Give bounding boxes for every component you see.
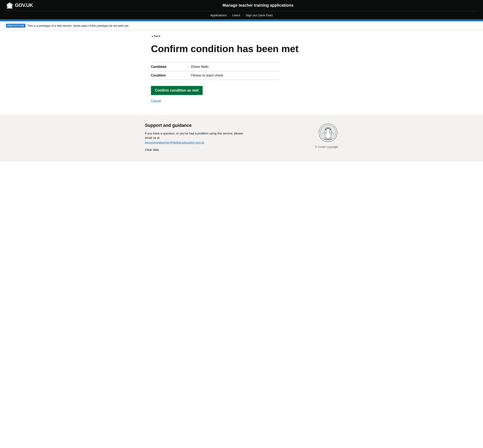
svg-text:DIEU ET MON DROIT: DIEU ET MON DROIT [323, 137, 333, 139]
main-content: Back Confirm condition has been met Cand… [145, 30, 338, 115]
back-link[interactable]: Back [151, 34, 161, 38]
svg-point-3 [325, 129, 326, 130]
summary-table: Candidate Eloise Wells Condition Fitness… [151, 62, 280, 80]
main-nav: Applications Users Sign out (Jane Doe) [6, 11, 477, 19]
coat-of-arms-icon: DIEU ET MON DROIT [318, 123, 338, 143]
nav-signout[interactable]: Sign out (Jane Doe) [243, 13, 275, 18]
nav-applications[interactable]: Applications [208, 13, 229, 18]
site-footer: Support and guidance If you have a quest… [0, 115, 483, 161]
condition-label: Condition [151, 71, 191, 80]
svg-point-4 [330, 129, 331, 130]
crown-icon [6, 2, 13, 8]
prototype-tag: PROTOTYPE [6, 24, 25, 28]
blue-bar [0, 19, 483, 21]
footer-right: DIEU ET MON DROIT © Crown copyright [315, 123, 338, 149]
crown-copyright: © Crown copyright [315, 145, 338, 149]
service-name: Manage teacher training applications [39, 3, 477, 8]
support-heading: Support and guidance [145, 123, 250, 128]
candidate-label: Candidate [151, 62, 191, 71]
gov-logo-text: GOV.UK [15, 2, 33, 8]
prototype-banner: PROTOTYPE This is a prototype of a new s… [0, 21, 483, 30]
condition-value: Fitness to teach check [191, 71, 280, 80]
footer-left: Support and guidance If you have a quest… [145, 123, 250, 153]
condition-row: Condition Fitness to teach check [151, 71, 280, 80]
nav-users[interactable]: Users [229, 13, 243, 18]
candidate-value: Eloise Wells [191, 62, 280, 71]
svg-rect-0 [7, 8, 12, 8]
page-title: Confirm condition has been met [151, 44, 332, 54]
site-header: GOV.UK Manage teacher training applicati… [0, 0, 483, 19]
support-email-link[interactable]: becomingateacher@digital.education.gov.u… [145, 141, 204, 144]
confirm-condition-button[interactable]: Confirm condition as met [151, 86, 203, 95]
gov-uk-logo[interactable]: GOV.UK [6, 2, 33, 8]
prototype-message: This is a prototype of a new service. So… [27, 24, 129, 27]
support-text: If you have a question, or you've had a … [145, 131, 250, 145]
cancel-link[interactable]: Cancel [151, 99, 332, 103]
clear-data-link[interactable]: Clear data [145, 148, 250, 152]
candidate-row: Candidate Eloise Wells [151, 62, 280, 71]
